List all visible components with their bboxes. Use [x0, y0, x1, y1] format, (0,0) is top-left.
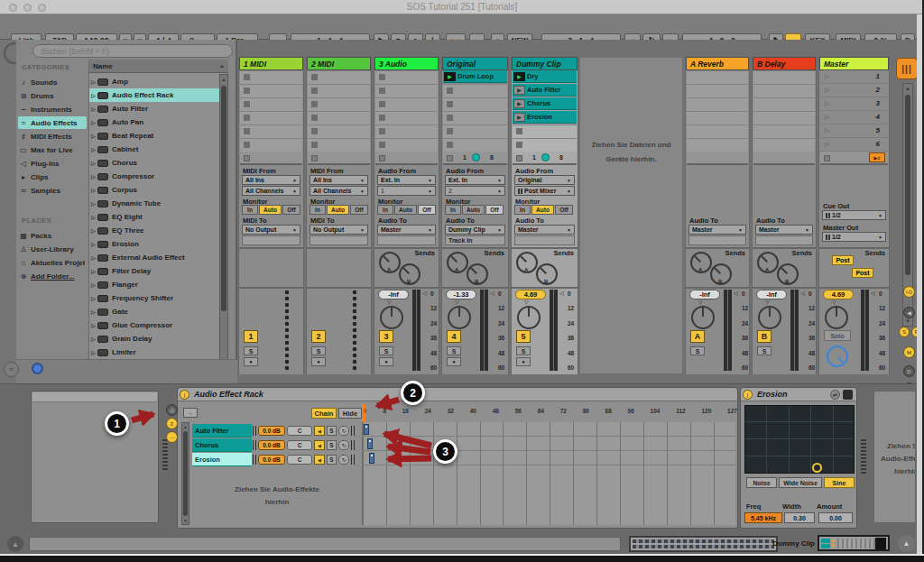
- sidebar-item-audio-effects[interactable]: ≈Audio Effects: [18, 116, 87, 129]
- pan-knob[interactable]: [691, 306, 715, 329]
- clip-dry[interactable]: ▶Dry: [513, 70, 577, 83]
- track-header[interactable]: 1 MIDI: [239, 57, 303, 70]
- track-drop-area[interactable]: Ziehen Sie Dateien und Geräte hierhin.: [579, 57, 683, 374]
- volume-display[interactable]: -Inf: [756, 290, 787, 299]
- scrollbar-thumb[interactable]: [905, 95, 910, 275]
- chain-pan[interactable]: C: [287, 426, 312, 436]
- chain-solo-button[interactable]: S: [327, 440, 337, 450]
- clip-stop-row[interactable]: 1 8: [443, 152, 507, 165]
- track-header[interactable]: 3 Audio: [374, 57, 439, 70]
- list-header[interactable]: Name ▲: [89, 60, 228, 73]
- monitor-auto-button[interactable]: Auto: [259, 205, 282, 215]
- width-value[interactable]: 0.30: [784, 512, 815, 523]
- track-header[interactable]: A Reverb: [686, 57, 749, 70]
- list-item[interactable]: ▷Dynamic Tube: [89, 197, 228, 210]
- monitor-off-button[interactable]: Off: [555, 205, 573, 215]
- solo-button[interactable]: S: [516, 346, 531, 355]
- midi-to-dropdown[interactable]: No Output▼: [242, 225, 300, 235]
- clip-stop-row[interactable]: 1 8: [513, 152, 577, 165]
- midi-from-dropdown[interactable]: All Ins▼: [242, 175, 300, 185]
- clip-play-icon[interactable]: ▶: [513, 113, 525, 122]
- pan-knob[interactable]: [517, 306, 541, 329]
- track-activator[interactable]: 1: [244, 330, 258, 343]
- map-mode-button[interactable]: →: [183, 408, 198, 418]
- mode-sine-button[interactable]: Sine: [824, 477, 855, 488]
- sidebar-item-packs[interactable]: ▦Packs: [18, 229, 87, 242]
- list-item[interactable]: ▷Compressor: [89, 170, 228, 183]
- audio-channel-dropdown[interactable]: 1▼: [377, 186, 436, 196]
- track-header[interactable]: 2 MIDI: [307, 57, 371, 70]
- cue-out-dropdown[interactable]: 1/2▼: [822, 210, 886, 220]
- clip-erosion[interactable]: ▶Erosion: [513, 111, 577, 124]
- monitor-in-button[interactable]: In: [514, 205, 531, 215]
- clip-play-icon[interactable]: ▶: [513, 72, 525, 81]
- list-item[interactable]: ▷Amp: [89, 75, 228, 88]
- return-activator[interactable]: A: [690, 330, 705, 343]
- chain-activator-icon[interactable]: ◀: [314, 440, 325, 450]
- clip-slots[interactable]: [240, 70, 302, 152]
- send-b-post-button[interactable]: Post: [852, 268, 873, 278]
- sidebar-item-add-folder[interactable]: ⊕Add Folder...: [18, 270, 87, 282]
- audio-from-dropdown[interactable]: Original▼: [514, 175, 575, 185]
- track-activator[interactable]: 2: [311, 330, 326, 343]
- scene-play-icon[interactable]: ▷: [825, 73, 829, 80]
- clip-play-icon[interactable]: ▶: [513, 86, 525, 95]
- list-item[interactable]: ▷Cabinet: [89, 143, 228, 156]
- list-item[interactable]: ▷Filter Delay: [89, 264, 228, 278]
- zone-slider-erosion[interactable]: [369, 453, 374, 464]
- browser-scrollbar[interactable]: ▲: [219, 74, 228, 383]
- chain-zone-grid[interactable]: [362, 422, 735, 525]
- send-a-post-button[interactable]: Post: [832, 255, 854, 265]
- audio-point-dropdown[interactable]: Post Mixer▼: [514, 186, 575, 196]
- arm-button[interactable]: ●: [379, 357, 393, 366]
- arm-button[interactable]: ●: [447, 357, 461, 366]
- device-chain-preview[interactable]: [818, 535, 890, 551]
- sidebar-item-sounds[interactable]: ♪Sounds: [18, 76, 87, 88]
- midi-to-dropdown[interactable]: No Output▼: [310, 225, 368, 235]
- scene-1[interactable]: ▷1: [820, 70, 888, 84]
- list-item[interactable]: ▷Limiter: [89, 345, 228, 359]
- clip-play-icon[interactable]: ▶: [513, 99, 525, 108]
- list-item[interactable]: ▷Beat Repeat: [89, 129, 228, 143]
- scene-5[interactable]: ▷5: [820, 124, 888, 138]
- midi-from-dropdown[interactable]: All Ins▼: [310, 175, 368, 185]
- blue-sphere-icon[interactable]: [32, 363, 43, 374]
- search-input[interactable]: [32, 44, 233, 58]
- hide-button[interactable]: Hide: [338, 408, 362, 419]
- zone-slider-auto-filter[interactable]: [364, 424, 369, 435]
- volume-display[interactable]: -1.33: [446, 290, 476, 299]
- chain-pan[interactable]: C: [287, 440, 312, 450]
- list-item[interactable]: ▷Frequency Shifter: [89, 291, 228, 305]
- zone-ruler[interactable]: 081624324048566472808896104112120127: [364, 408, 737, 417]
- sidebar-item-drums[interactable]: ⊞Drums: [18, 89, 87, 102]
- list-item[interactable]: ▷Corpus: [89, 183, 228, 197]
- list-item[interactable]: ▷External Audio Effect: [89, 251, 228, 264]
- track-header[interactable]: Original: [442, 57, 508, 70]
- chain-erosion-selected[interactable]: Erosion 0.0 dB C ◀ S ↻: [192, 453, 360, 466]
- delay-section-toggle[interactable]: D: [903, 365, 915, 377]
- audio-channel-dropdown[interactable]: 2▼: [445, 186, 505, 196]
- volume-display[interactable]: 4.69: [515, 290, 546, 299]
- chain-solo-button[interactable]: S: [327, 426, 337, 436]
- cue-section-toggle[interactable]: ◀: [903, 307, 915, 318]
- audio-from-dropdown[interactable]: Ext. In▼: [377, 175, 436, 185]
- sidebar-item-instruments[interactable]: ∼Instruments: [18, 103, 87, 115]
- device-power-icon[interactable]: |: [743, 390, 753, 400]
- list-item[interactable]: ▷Chorus: [89, 156, 228, 170]
- arm-button[interactable]: ●: [311, 357, 326, 366]
- chain-volume[interactable]: 0.0 dB: [258, 426, 285, 436]
- sidebar-item-plugins[interactable]: ◁Plug-Ins: [18, 157, 87, 170]
- clip-overview-waveform[interactable]: [629, 536, 778, 552]
- cue-volume-knob[interactable]: [822, 341, 853, 372]
- audio-to-dropdown[interactable]: Dummy Clip▼: [445, 225, 505, 235]
- audio-to-dropdown[interactable]: Master▼: [514, 225, 575, 235]
- erosion-xy-display[interactable]: [744, 405, 855, 474]
- amount-value[interactable]: 0.00: [818, 512, 853, 523]
- chain-auto-filter[interactable]: Auto Filter 0.0 dB C ◀ S ↻: [192, 424, 360, 438]
- scene-2[interactable]: ▷2: [820, 84, 888, 97]
- monitor-off-button[interactable]: Off: [282, 205, 300, 215]
- erosion-xy-handle[interactable]: [812, 463, 822, 473]
- solo-button[interactable]: S: [244, 346, 258, 355]
- return-activator[interactable]: B: [757, 330, 772, 343]
- chain-hotswap-icon[interactable]: ↻: [338, 440, 349, 450]
